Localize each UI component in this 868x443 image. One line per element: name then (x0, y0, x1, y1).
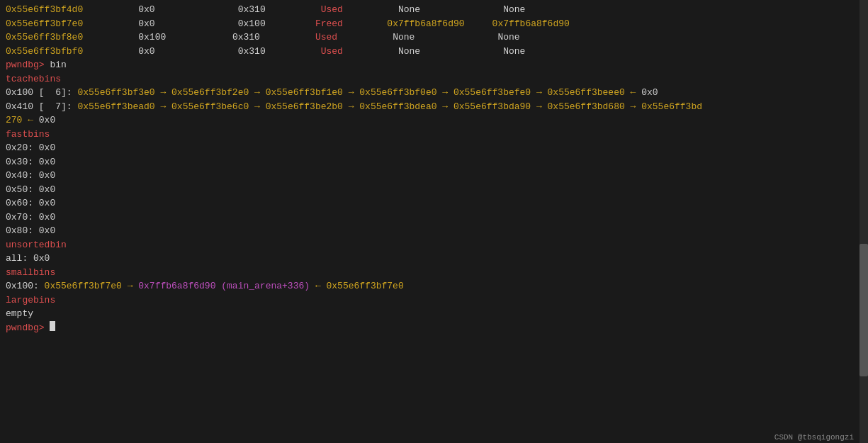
text-span: 270 (6, 113, 22, 128)
text-span: 0x55e6ff3beee0 (548, 86, 625, 100)
watermark: CSDN @tbsqigongzi (774, 433, 854, 442)
text-span: largebins (6, 293, 55, 308)
text-span: 0x55e6ff3bf0e0 (359, 86, 436, 100)
terminal-line-12: 0x40: 0x0 (6, 169, 862, 183)
text-span: 0x0 (39, 113, 55, 128)
terminal-line-3: 0x55e6ff3bfbf0 0x0 0x310 Used None None (6, 45, 862, 59)
terminal[interactable]: 0x55e6ff3bf4d0 0x0 0x310 Used None None0… (0, 0, 868, 443)
text-span: None (398, 45, 420, 59)
terminal-line-6: 0x100 [ 6]: 0x55e6ff3bf3e0 → 0x55e6ff3bf… (6, 86, 862, 100)
terminal-line-15: 0x70: 0x0 (6, 211, 862, 225)
text-span (343, 3, 398, 17)
text-span: 0x100 [ 6]: (6, 86, 77, 100)
text-span: empty (6, 307, 33, 321)
text-span: 0x7ffb6a8f6d90 (387, 17, 464, 31)
terminal-line-2: 0x55e6ff3bf8e0 0x100 0x310 Used None Non… (6, 30, 862, 45)
text-span: 0x55e6ff3bf7e0 (326, 279, 403, 293)
text-span: 0x30: 0x0 (6, 155, 55, 169)
terminal-line-20: 0x100: 0x55e6ff3bf7e0 → 0x7ffb6a8f6d90 (… (6, 279, 862, 293)
text-span: → (122, 279, 138, 293)
text-span: Used (315, 30, 337, 45)
text-span: 0x0 (138, 3, 154, 17)
text-span (166, 30, 232, 45)
terminal-line-19: smallbins (6, 266, 862, 280)
terminal-line-18: all: 0x0 (6, 252, 862, 266)
text-span: → (437, 100, 453, 114)
text-span: ← (22, 113, 38, 128)
terminal-line-21: largebins (6, 293, 862, 308)
text-span: → (249, 86, 265, 100)
text-span: ← (310, 279, 326, 293)
text-span (155, 17, 238, 31)
text-span: → (249, 100, 265, 114)
text-span: ← (625, 86, 641, 100)
text-span: 0x100 (238, 17, 266, 31)
scrollbar[interactable] (859, 0, 868, 443)
text-span: Used (321, 3, 343, 17)
text-span (155, 45, 238, 59)
terminal-line-16: 0x80: 0x0 (6, 224, 862, 238)
text-span: 0x0 (138, 17, 154, 31)
text-span (420, 3, 503, 17)
terminal-line-9: fastbins (6, 128, 862, 142)
text-span (83, 45, 138, 59)
text-span: → (155, 100, 171, 114)
text-span (465, 17, 492, 31)
text-span: bin (50, 58, 66, 72)
terminal-line-13: 0x50: 0x0 (6, 183, 862, 197)
text-span: → (531, 100, 547, 114)
text-span: tcachebins (6, 72, 61, 86)
text-span: 0x55e6ff3bf1e0 (266, 86, 343, 100)
terminal-line-11: 0x30: 0x0 (6, 155, 862, 169)
text-span: → (531, 86, 547, 100)
text-span (260, 30, 315, 45)
text-span (83, 17, 138, 31)
text-span: 0x55e6ff3befe0 (453, 86, 531, 100)
text-span: 0x310 (238, 3, 266, 17)
text-span: None (398, 3, 420, 17)
text-span: 0x20: 0x0 (6, 141, 55, 155)
terminal-line-17: unsortedbin (6, 238, 862, 252)
text-span: 0x50: 0x0 (6, 183, 55, 197)
text-span (83, 30, 138, 45)
text-span: None (503, 45, 525, 59)
cursor (50, 321, 55, 331)
text-span (415, 30, 497, 45)
text-span: 0x80: 0x0 (6, 224, 55, 238)
text-span: → (625, 100, 641, 114)
text-span: 0x55e6ff3bda90 (453, 100, 531, 114)
text-span: → (343, 86, 359, 100)
text-span: 0x310 (238, 45, 266, 59)
terminal-line-22: empty (6, 307, 862, 321)
text-span: 0x55e6ff3be6c0 (171, 100, 249, 114)
text-span: 0x55e6ff3be2b0 (266, 100, 343, 114)
terminal-line-0: 0x55e6ff3bf4d0 0x0 0x310 Used None None (6, 3, 862, 17)
text-span (83, 3, 138, 17)
text-span: → (437, 86, 453, 100)
text-span: → (155, 86, 171, 100)
terminal-line-10: 0x20: 0x0 (6, 141, 862, 155)
text-span (337, 30, 393, 45)
text-span (266, 45, 321, 59)
text-span: 0x7ffb6a8f6d90 (492, 17, 570, 31)
text-span: 0x55e6ff3bf2e0 (171, 86, 249, 100)
text-span: 0x55e6ff3bd (641, 100, 702, 114)
text-span: None (393, 30, 415, 45)
text-span: fastbins (6, 128, 50, 142)
text-span: 0x55e6ff3bf7e0 (6, 17, 83, 31)
text-span: pwndbg> (6, 58, 50, 72)
text-span: 0x0 (138, 45, 154, 59)
text-span (155, 3, 238, 17)
text-span: 0x55e6ff3bf3e0 (77, 86, 154, 100)
scrollbar-thumb[interactable] (859, 244, 868, 377)
terminal-line-1: 0x55e6ff3bf7e0 0x0 0x100 Freed 0x7ffb6a8… (6, 17, 862, 31)
text-span: 0x55e6ff3bdea0 (359, 100, 436, 114)
text-span: 0x100 (138, 30, 166, 45)
text-span: 0x310 (232, 30, 260, 45)
text-span: unsortedbin (6, 238, 67, 252)
text-span: None (503, 3, 525, 17)
text-span: pwndbg> (6, 321, 50, 335)
terminal-line-8: 270 ← 0x0 (6, 113, 862, 128)
text-span: 0x55e6ff3bd680 (548, 100, 625, 114)
text-span: 0x100: (6, 279, 45, 293)
